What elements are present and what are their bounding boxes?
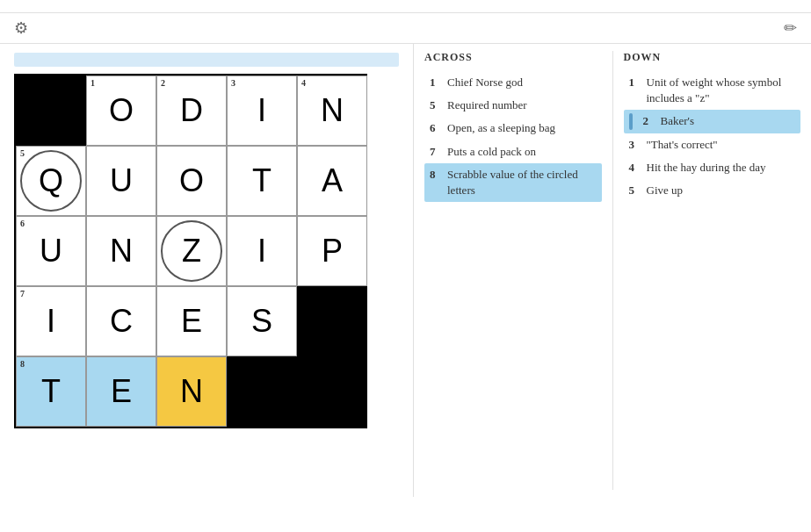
cell-letter: O <box>109 92 134 129</box>
clue-text: Hit the hay during the day <box>647 160 766 176</box>
clue-number: 8 <box>430 167 442 198</box>
clue-number: 3 <box>629 137 641 153</box>
cell-letter: Z <box>182 233 201 270</box>
clue-text: Open, as a sleeping bag <box>447 120 555 136</box>
crossword-grid-container: 1O2D3I4N5QUOTA6UNZIP7ICES8TEN <box>14 74 399 428</box>
clue-text: "That's correct" <box>647 137 718 153</box>
cell-letter: I <box>47 303 55 340</box>
cell-letter: I <box>257 233 266 270</box>
grid-cell-r2-c4[interactable]: P <box>297 216 367 286</box>
clue-number: 1 <box>430 75 442 90</box>
clue-text: Chief Norse god <box>447 75 523 90</box>
cell-letter: N <box>110 233 133 270</box>
clues-panel: ACROSS 1Chief Norse god5Required number6… <box>413 44 811 497</box>
clue-number: 5 <box>430 97 442 113</box>
grid-cell-r1-c3[interactable]: T <box>227 146 297 216</box>
grid-cell-r0-c2[interactable]: 2D <box>156 75 227 146</box>
grid-cell-r3-c0[interactable]: 7I <box>16 286 86 356</box>
grid-cell-r1-c1[interactable]: U <box>86 146 156 216</box>
pencil-icon[interactable]: ✏ <box>784 18 797 38</box>
down-header: DOWN <box>624 51 801 64</box>
cell-letter: A <box>322 162 343 199</box>
grid-cell-r3-c4 <box>297 286 367 356</box>
across-clue-6[interactable]: 6Open, as a sleeping bag <box>424 117 602 140</box>
cell-letter: Q <box>39 162 63 199</box>
grid-cell-r0-c4[interactable]: 4N <box>297 75 367 146</box>
across-clue-5[interactable]: 5Required number <box>424 94 602 117</box>
down-clue-2[interactable]: 2Baker's <box>624 110 801 133</box>
clue-number: 7 <box>430 144 442 160</box>
clue-number: 2 <box>643 113 655 129</box>
cell-letter: P <box>322 233 343 270</box>
down-clue-3[interactable]: 3"That's correct" <box>624 133 801 156</box>
down-clue-4[interactable]: 4Hit the hay during the day <box>624 156 801 179</box>
cell-letter: S <box>251 303 272 340</box>
across-clues-column: ACROSS 1Chief Norse god5Required number6… <box>414 44 612 497</box>
grid-cell-r4-c2[interactable]: N <box>156 356 227 427</box>
cell-letter: U <box>40 233 62 270</box>
across-header: ACROSS <box>424 51 602 64</box>
cell-letter: E <box>181 303 202 340</box>
cell-letter: N <box>321 92 344 129</box>
clue-text: Scrabble value of the circled letters <box>447 167 597 198</box>
crossword-area: 1O2D3I4N5QUOTA6UNZIP7ICES8TEN <box>0 44 413 497</box>
down-clue-1[interactable]: 1Unit of weight whose symbol includes a … <box>624 71 801 110</box>
grid-cell-r2-c2[interactable]: Z <box>156 216 227 286</box>
across-clue-7[interactable]: 7Puts a cold pack on <box>424 140 602 163</box>
cell-letter: O <box>179 162 204 199</box>
grid-cell-r3-c1[interactable]: C <box>86 286 156 356</box>
grid-cell-r4-c0[interactable]: 8T <box>16 356 86 427</box>
grid-cell-r4-c1[interactable]: E <box>86 356 156 427</box>
cell-letter: N <box>180 373 203 410</box>
cell-letter: T <box>252 162 272 199</box>
cell-letter: E <box>111 373 132 410</box>
grid-cell-r1-c2[interactable]: O <box>156 146 227 216</box>
header <box>0 0 811 13</box>
grid-cell-r0-c1[interactable]: 1O <box>86 75 156 146</box>
clue-text: Puts a cold pack on <box>447 144 536 160</box>
clue-number: 1 <box>629 75 641 106</box>
cell-letter: D <box>180 92 203 129</box>
cell-letter: T <box>41 373 61 410</box>
down-clues-column: DOWN 1Unit of weight whose symbol includ… <box>613 44 812 497</box>
crossword-grid[interactable]: 1O2D3I4N5QUOTA6UNZIP7ICES8TEN <box>14 74 367 428</box>
down-clue-5[interactable]: 5Give up <box>624 179 801 202</box>
clue-hint-bar <box>14 53 399 67</box>
active-indicator-bar <box>629 113 633 129</box>
clue-text: Give up <box>647 183 684 198</box>
clue-text: Required number <box>447 97 527 113</box>
across-clue-1[interactable]: 1Chief Norse god <box>424 71 602 94</box>
grid-cell-r4-c3 <box>227 356 297 427</box>
gear-icon[interactable]: ⚙ <box>14 18 28 38</box>
toolbar: ⚙ ✏ <box>0 13 811 44</box>
grid-cell-r3-c3[interactable]: S <box>227 286 297 356</box>
clue-text: Unit of weight whose symbol includes a "… <box>647 75 796 106</box>
grid-cell-r2-c0[interactable]: 6U <box>16 216 86 286</box>
across-clue-8[interactable]: 8Scrabble value of the circled letters <box>424 163 602 202</box>
cell-letter: I <box>257 92 266 129</box>
clue-number: 6 <box>430 120 442 136</box>
grid-cell-r4-c4 <box>297 356 367 427</box>
grid-cell-r2-c1[interactable]: N <box>86 216 156 286</box>
grid-cell-r0-c3[interactable]: 3I <box>227 75 297 146</box>
clue-text: Baker's <box>661 113 694 129</box>
grid-cell-r0-c0 <box>16 75 86 146</box>
cell-letter: U <box>110 162 133 199</box>
grid-cell-r3-c2[interactable]: E <box>156 286 227 356</box>
grid-cell-r1-c0[interactable]: 5Q <box>16 146 86 216</box>
grid-cell-r2-c3[interactable]: I <box>227 216 297 286</box>
clue-number: 4 <box>629 160 641 176</box>
cell-letter: C <box>110 303 133 340</box>
clue-number: 5 <box>629 183 641 198</box>
main-content: 1O2D3I4N5QUOTA6UNZIP7ICES8TEN ACROSS 1Ch… <box>0 44 811 497</box>
grid-cell-r1-c4[interactable]: A <box>297 146 367 216</box>
